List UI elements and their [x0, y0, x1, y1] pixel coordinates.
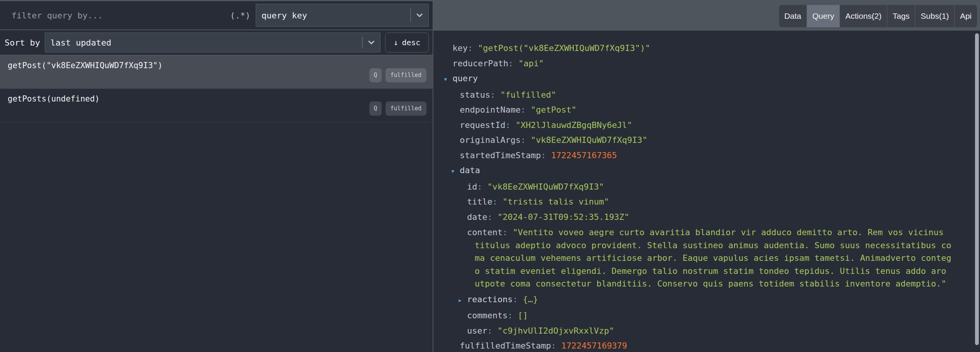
- inspector-panel: DataQueryActions(2)TagsSubs(1)Api key: "…: [433, 1, 980, 352]
- tree-value: 1722457169379: [561, 341, 627, 350]
- tree-row-comments: comments: []: [433, 308, 969, 323]
- regex-toggle-button[interactable]: (.*): [230, 11, 250, 20]
- query-item-name: getPosts(undefined): [8, 94, 100, 103]
- tree-row-reactions: ▸reactions: {…}: [433, 292, 969, 308]
- inspector-header: DataQueryActions(2)TagsSubs(1)Api: [433, 1, 980, 31]
- query-type-badge: Q: [369, 102, 382, 116]
- query-item-name: getPost("vk8EeZXWHIQuWD7fXq9I3"): [8, 61, 163, 70]
- tree-value: "vk8EeZXWHIQuWD7fXq9I3": [531, 135, 647, 145]
- sort-by-label: Sort by: [5, 38, 40, 47]
- query-item-badges: Qfulfilled: [369, 102, 426, 116]
- tree-key: startedTimeStamp: [460, 151, 541, 160]
- tree-key: status: [460, 90, 490, 100]
- tree-row-query: ▾query: [433, 71, 969, 87]
- tree-colon: :: [477, 182, 488, 192]
- tree-key: title: [467, 197, 492, 206]
- filter-field-select[interactable]: query key: [256, 4, 429, 27]
- tab-api[interactable]: Api: [954, 5, 977, 27]
- tree-colon: :: [503, 228, 513, 237]
- tree-colon: :: [487, 326, 498, 336]
- query-type-badge: Q: [369, 68, 382, 82]
- sort-direction-button[interactable]: ↓ desc: [385, 33, 429, 52]
- tree-key: user: [467, 326, 487, 336]
- tree-colon: :: [487, 212, 498, 222]
- filter-bar: (.*) query key: [0, 1, 433, 30]
- tree-row-status: status: "fulfilled": [433, 87, 969, 103]
- tree-colon: :: [551, 341, 561, 350]
- tab-data[interactable]: Data: [779, 5, 807, 27]
- tree-row-startedTimeStamp: startedTimeStamp: 1722457167365: [433, 148, 969, 163]
- tree-row-key: key: "getPost("vk8EeZXWHIQuWD7fXq9I3")": [433, 41, 969, 56]
- filter-field-select-value: query key: [261, 11, 410, 20]
- tree-value: "2024-07-31T09:52:35.193Z": [497, 212, 629, 222]
- tree-key: comments: [467, 311, 508, 320]
- query-item[interactable]: getPost("vk8EeZXWHIQuWD7fXq9I3")Qfulfill…: [0, 56, 433, 89]
- filter-query-input[interactable]: [0, 1, 228, 29]
- tree-key: endpointName: [460, 105, 521, 115]
- collapse-arrow-icon[interactable]: ▾: [451, 164, 460, 179]
- tree-value: "XH2lJlauwdZBgqBNy6eJl": [516, 120, 632, 130]
- query-list-panel: (.*) query key Sort by last updated ↓ de: [0, 1, 433, 352]
- vertical-scrollbar[interactable]: [975, 33, 979, 350]
- select-divider: [362, 37, 363, 49]
- tree-value: "tristis talis vinum": [503, 197, 609, 206]
- tree-value: "c9jhvUlI2dOjxvRxxlVzp": [497, 326, 614, 336]
- tree-row-id: id: "vk8EeZXWHIQuWD7fXq9I3": [433, 179, 969, 195]
- tree-value: "api": [518, 59, 544, 68]
- tree-key[interactable]: data: [460, 165, 480, 175]
- tab-subs1[interactable]: Subs(1): [915, 5, 954, 27]
- tree-key: id: [467, 182, 477, 192]
- tree-colon: :: [492, 197, 503, 206]
- tree-key: reducerPath: [452, 59, 508, 68]
- select-divider: [410, 8, 411, 22]
- tree-colon: :: [468, 43, 478, 53]
- tab-actions2[interactable]: Actions(2): [840, 5, 887, 27]
- tree-colon: :: [508, 311, 518, 320]
- tree-row-title: title: "tristis talis vinum": [433, 194, 969, 210]
- tree-row-date: date: "2024-07-31T09:52:35.193Z": [433, 210, 969, 225]
- tree-row-data: ▾data: [433, 163, 969, 179]
- tab-query[interactable]: Query: [807, 5, 840, 27]
- tree-row-content: content: "Ventito voveo aegre curto avar…: [433, 224, 952, 292]
- expand-arrow-icon[interactable]: ▸: [459, 293, 467, 308]
- tree-colon: :: [490, 90, 500, 100]
- tree-key: requestId: [460, 120, 505, 130]
- sort-direction-label: desc: [402, 38, 420, 47]
- tree-key: content: [467, 228, 503, 237]
- arrow-down-icon: ↓: [394, 38, 398, 47]
- tree-key[interactable]: query: [452, 74, 478, 83]
- tree-row-originalArgs: originalArgs: "vk8EeZXWHIQuWD7fXq9I3": [433, 133, 969, 148]
- scrollbar-thumb[interactable]: [975, 33, 979, 345]
- status-badge: fulfilled: [385, 102, 426, 116]
- tree-value: "fulfilled": [500, 90, 556, 100]
- rtk-query-devtools: (.*) query key Sort by last updated ↓ de: [0, 0, 980, 352]
- tree-key: key: [452, 43, 468, 53]
- tree-value: []: [518, 311, 528, 320]
- tree-value: 1722457167365: [551, 151, 617, 160]
- query-item[interactable]: getPosts(undefined)Qfulfilled: [0, 89, 433, 122]
- tree-row-fulfilledTimeStamp: fulfilledTimeStamp: 1722457169379: [433, 338, 969, 352]
- tree-colon: :: [541, 151, 551, 160]
- sort-field-select-value: last updated: [51, 38, 362, 47]
- tree-value: "getPost("vk8EeZXWHIQuWD7fXq9I3")": [478, 43, 650, 53]
- query-list: getPost("vk8EeZXWHIQuWD7fXq9I3")Qfulfill…: [0, 56, 433, 122]
- tree-key[interactable]: reactions: [467, 295, 513, 304]
- chevron-down-icon: [416, 13, 423, 18]
- sort-field-select[interactable]: last updated: [45, 33, 381, 52]
- tree-row-requestId: requestId: "XH2lJlauwdZBgqBNy6eJl": [433, 118, 969, 133]
- tree-value: "vk8EeZXWHIQuWD7fXq9I3": [487, 182, 604, 192]
- tree-value: "getPost": [531, 105, 576, 115]
- tree-value: "Ventito voveo aegre curto avaritia blan…: [475, 228, 951, 288]
- tree-colon: :: [513, 295, 523, 304]
- tree-colon: :: [508, 59, 519, 68]
- tree-value: {…}: [523, 295, 538, 304]
- collapse-arrow-icon[interactable]: ▾: [444, 72, 452, 87]
- tree-colon: :: [521, 105, 531, 115]
- tree-row-endpointName: endpointName: "getPost": [433, 102, 969, 118]
- tree-row-user: user: "c9jhvUlI2dOjxvRxxlVzp": [433, 323, 969, 339]
- chevron-down-icon: [368, 40, 375, 45]
- tab-tags[interactable]: Tags: [887, 5, 915, 27]
- query-item-badges: Qfulfilled: [369, 68, 426, 82]
- tree-colon: :: [521, 135, 531, 145]
- sort-bar: Sort by last updated ↓ desc: [0, 30, 433, 56]
